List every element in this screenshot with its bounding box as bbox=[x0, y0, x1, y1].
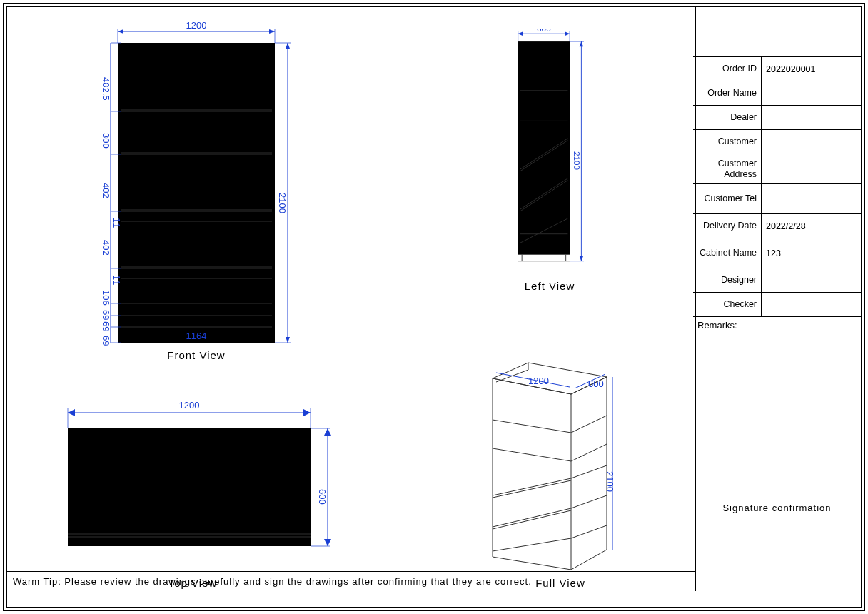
title-block-row: Customer Address bbox=[693, 154, 861, 184]
title-block-row: Dealer bbox=[693, 106, 861, 130]
title-block-row: Customer bbox=[693, 130, 861, 154]
svg-line-96 bbox=[493, 480, 571, 498]
title-block-label: Dealer bbox=[693, 106, 762, 129]
warm-tip-bar: Warm Tip: Please review the drawings car… bbox=[7, 571, 695, 591]
svg-text:1200: 1200 bbox=[179, 400, 200, 411]
svg-text:300: 300 bbox=[101, 133, 111, 149]
title-block-logo bbox=[693, 7, 861, 57]
svg-marker-70 bbox=[580, 41, 583, 46]
remarks-area: Remarks: bbox=[693, 317, 861, 495]
title-block-row: Cabinet Name123 bbox=[693, 238, 861, 268]
title-block-label: Order Name bbox=[693, 81, 762, 105]
inner-frame: Order ID2022020001Order NameDealerCustom… bbox=[6, 6, 862, 608]
svg-text:2100: 2100 bbox=[572, 151, 582, 171]
svg-rect-1 bbox=[121, 46, 272, 343]
title-block-value bbox=[762, 81, 861, 105]
title-block-label: Customer Address bbox=[693, 154, 762, 183]
svg-line-91 bbox=[493, 420, 571, 433]
title-block-label: Customer bbox=[693, 130, 762, 154]
signature-confirmation: Signature confirmation bbox=[693, 495, 861, 520]
title-block-value bbox=[762, 293, 861, 316]
title-block-value: 2022020001 bbox=[762, 57, 861, 81]
svg-text:1200: 1200 bbox=[186, 21, 207, 31]
svg-line-97 bbox=[493, 508, 571, 527]
title-block-value: 2022/2/28 bbox=[762, 214, 861, 238]
title-block-row: Customer Tel bbox=[693, 184, 861, 214]
svg-text:2100: 2100 bbox=[605, 471, 615, 492]
svg-text:11: 11 bbox=[111, 275, 122, 285]
svg-line-93 bbox=[493, 448, 571, 461]
svg-rect-50 bbox=[520, 44, 567, 253]
left-view-label: Left View bbox=[507, 280, 592, 292]
svg-marker-80 bbox=[68, 409, 75, 416]
remarks-label: Remarks: bbox=[693, 317, 861, 333]
title-block-label: Cabinet Name bbox=[693, 238, 762, 268]
title-block-value bbox=[762, 184, 861, 213]
drawing-area: 1164 1200 2100 482.5 300 402 bbox=[7, 7, 696, 591]
svg-text:1200: 1200 bbox=[528, 376, 549, 386]
svg-marker-18 bbox=[118, 29, 123, 34]
svg-marker-87 bbox=[324, 539, 331, 546]
title-block-label: Customer Tel bbox=[693, 184, 762, 213]
svg-marker-24 bbox=[286, 43, 290, 49]
svg-line-100 bbox=[571, 465, 607, 478]
svg-marker-81 bbox=[303, 409, 311, 416]
title-block-value bbox=[762, 130, 861, 154]
title-block-label: Checker bbox=[693, 293, 762, 316]
svg-text:402: 402 bbox=[101, 240, 111, 256]
svg-text:600: 600 bbox=[317, 489, 328, 505]
svg-text:106: 106 bbox=[101, 290, 111, 306]
title-block-label: Designer bbox=[693, 268, 762, 292]
svg-text:11: 11 bbox=[111, 218, 122, 228]
svg-marker-86 bbox=[324, 428, 331, 436]
title-block-label: Delivery Date bbox=[693, 214, 762, 238]
svg-rect-76 bbox=[68, 433, 311, 540]
title-block-row: Delivery Date2022/2/28 bbox=[693, 214, 861, 238]
svg-marker-65 bbox=[565, 32, 570, 36]
svg-text:69: 69 bbox=[101, 321, 111, 331]
title-block-row: Order Name bbox=[693, 81, 861, 106]
svg-text:600: 600 bbox=[588, 378, 604, 389]
svg-marker-25 bbox=[286, 337, 290, 343]
svg-text:600: 600 bbox=[537, 29, 551, 33]
front-view: 1164 1200 2100 482.5 300 402 bbox=[89, 21, 303, 378]
svg-text:402: 402 bbox=[101, 183, 111, 198]
warm-tip-text: Warm Tip: Please review the drawings car… bbox=[13, 576, 532, 587]
title-block-row: Order ID2022020001 bbox=[693, 57, 861, 81]
svg-text:69: 69 bbox=[101, 336, 111, 346]
svg-text:2100: 2100 bbox=[277, 193, 288, 213]
svg-line-92 bbox=[571, 416, 607, 433]
svg-text:69: 69 bbox=[101, 310, 111, 320]
title-block-value bbox=[762, 268, 861, 292]
svg-marker-19 bbox=[269, 29, 275, 34]
front-view-label: Front View bbox=[143, 349, 250, 361]
svg-marker-64 bbox=[518, 32, 523, 36]
svg-marker-71 bbox=[580, 256, 583, 261]
svg-line-101 bbox=[571, 495, 607, 508]
svg-line-94 bbox=[571, 444, 607, 461]
svg-line-95 bbox=[493, 478, 571, 495]
svg-line-98 bbox=[493, 510, 571, 529]
title-block-value bbox=[762, 106, 861, 129]
title-block-row: Checker bbox=[693, 293, 861, 317]
svg-text:1164: 1164 bbox=[186, 331, 207, 341]
title-block-label: Order ID bbox=[693, 57, 762, 81]
title-block: Order ID2022020001Order NameDealerCustom… bbox=[693, 7, 861, 607]
title-block-value: 123 bbox=[762, 238, 861, 268]
title-block-row: Designer bbox=[693, 268, 861, 293]
drawing-sheet: Order ID2022020001Order NameDealerCustom… bbox=[3, 3, 865, 611]
svg-text:482.5: 482.5 bbox=[101, 77, 111, 101]
svg-line-102 bbox=[571, 525, 607, 538]
left-view: 600 2100 bbox=[493, 29, 621, 300]
title-block-value bbox=[762, 154, 861, 183]
svg-line-99 bbox=[493, 538, 571, 551]
full-view: 1200 600 2100 bbox=[457, 343, 642, 585]
top-view: 1200 600 bbox=[46, 393, 346, 578]
